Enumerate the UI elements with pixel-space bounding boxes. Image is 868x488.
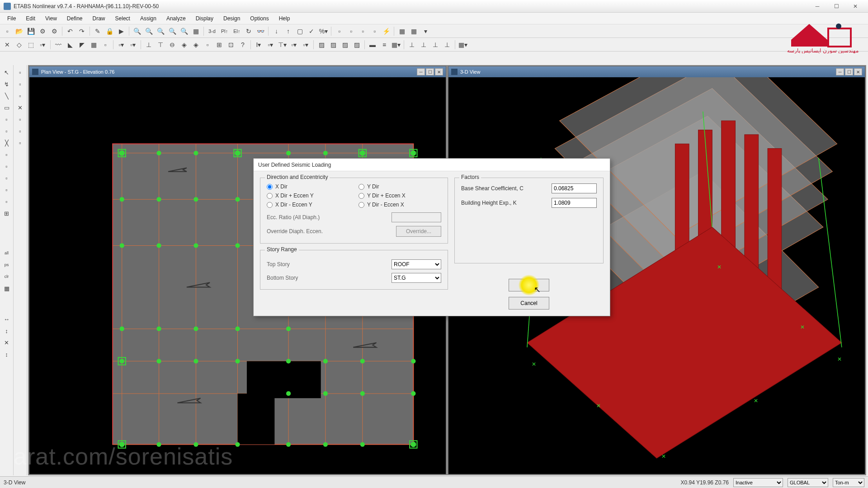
zoom-in-icon[interactable]: 🔍 — [143, 26, 154, 37]
tool-icon[interactable]: ▦▾ — [458, 39, 468, 50]
radio-x-dir-minus-eccen[interactable]: X Dir - Eccen Y — [267, 202, 349, 208]
check-icon[interactable]: ✓ — [306, 26, 317, 37]
tool-icon[interactable]: ▫ — [100, 39, 111, 50]
dim-icon[interactable]: ✕ — [1, 337, 12, 348]
cancel-button[interactable]: Cancel — [509, 297, 549, 310]
height-exp-input[interactable] — [552, 198, 597, 208]
tool-icon[interactable]: ⊖ — [167, 39, 178, 50]
tool-icon[interactable]: ▫ — [1, 196, 12, 207]
grid-icon[interactable]: ▦ — [88, 39, 99, 50]
tool-icon[interactable]: ◈ — [190, 39, 201, 50]
tool-icon[interactable]: ≡ — [379, 39, 390, 50]
view-maximize-icon[interactable]: ☐ — [845, 68, 853, 75]
pencil-icon[interactable]: ✎ — [92, 26, 103, 37]
tool-icon[interactable]: ⊡ — [226, 39, 236, 50]
radio-y-dir[interactable]: Y Dir — [359, 183, 441, 190]
tool-icon[interactable]: ▫ — [1, 126, 12, 136]
radio-x-dir[interactable]: X Dir — [267, 183, 349, 190]
save-icon[interactable]: 💾 — [25, 26, 36, 37]
tool-icon[interactable]: ◈ — [179, 39, 189, 50]
new-icon[interactable]: ▫ — [2, 26, 13, 37]
tool-icon[interactable]: ⊤▾ — [277, 39, 288, 50]
tool-icon[interactable]: ▫▾ — [127, 39, 138, 50]
bottom-story-select[interactable]: ST.G — [392, 273, 441, 283]
select-icon[interactable]: ▢ — [294, 26, 305, 37]
tool-icon[interactable]: ▫ — [15, 137, 26, 148]
up-icon[interactable]: ↑ — [283, 26, 293, 37]
tool-icon[interactable]: ⚙ — [37, 26, 48, 37]
tool-icon[interactable]: ▬ — [367, 39, 378, 50]
zoom-pan-icon[interactable]: 🔍 — [167, 26, 178, 37]
tool-icon[interactable]: ▦ — [408, 26, 419, 37]
zoom-window-icon[interactable]: 🔍 — [179, 26, 189, 37]
maximize-button[interactable]: ☐ — [827, 2, 845, 11]
view-icon[interactable]: ▦ — [190, 26, 201, 37]
tool-icon[interactable]: ⚙ — [49, 26, 60, 37]
tool-icon[interactable]: ▫▾ — [265, 39, 276, 50]
wave-icon[interactable]: 〰 — [53, 39, 64, 50]
radio-y-dir-minus-eccen[interactable]: Y Dir - Eccen X — [359, 202, 441, 208]
tool-icon[interactable]: ▫▾ — [300, 39, 311, 50]
plan-icon[interactable]: Pl↑ — [219, 26, 230, 37]
tool-icon[interactable]: ▫ — [369, 26, 380, 37]
menu-edit[interactable]: Edit — [21, 14, 40, 23]
dim-icon[interactable]: ↕ — [1, 325, 12, 336]
view-maximize-icon[interactable]: ☐ — [426, 68, 434, 75]
radio-y-dir-plus-eccen[interactable]: Y Dir + Eccen X — [359, 192, 441, 199]
line-icon[interactable]: ╲ — [1, 90, 12, 101]
menu-help[interactable]: Help — [274, 14, 295, 23]
status-coord-system-select[interactable]: GLOBAL — [788, 478, 828, 487]
tool-icon[interactable]: ▫▾ — [288, 39, 299, 50]
tool-icon[interactable]: ▦▾ — [391, 39, 401, 50]
rect-icon[interactable]: ▭ — [1, 102, 12, 113]
menu-view[interactable]: View — [41, 14, 61, 23]
dim-icon[interactable]: ↔ — [1, 314, 12, 324]
tool-icon[interactable]: ▫ — [15, 114, 26, 125]
glasses-icon[interactable]: 👓 — [255, 26, 266, 37]
menu-file[interactable]: File — [3, 14, 20, 23]
pointer-icon[interactable]: ↖ — [1, 67, 12, 78]
3d-view-icon[interactable]: 3-d — [206, 26, 218, 37]
tool-icon[interactable]: ▦ — [1, 283, 12, 294]
menu-options[interactable]: Options — [245, 14, 273, 23]
menu-analyze[interactable]: Analyze — [162, 14, 190, 23]
tool-icon[interactable]: ⊥ — [430, 39, 441, 50]
dropdown-icon[interactable]: ▾ — [420, 26, 431, 37]
clr-label[interactable]: clr — [1, 271, 12, 282]
refresh-icon[interactable]: ↻ — [243, 26, 254, 37]
status-units-select[interactable]: Ton-m — [833, 478, 864, 487]
tool-icon[interactable]: ▫ — [1, 114, 12, 125]
tool-icon[interactable]: ↯ — [1, 79, 12, 89]
tool-icon[interactable]: ▫ — [334, 26, 344, 37]
tool-icon[interactable]: ⊥ — [418, 39, 429, 50]
close-button[interactable]: ✕ — [846, 2, 864, 11]
dropdown-icon[interactable]: ▫▾ — [37, 39, 48, 50]
help-icon[interactable]: ? — [237, 39, 248, 50]
redo-icon[interactable]: ↷ — [76, 26, 87, 37]
zoom-out-icon[interactable]: 🔍 — [155, 26, 166, 37]
view-close-icon[interactable]: ✕ — [854, 68, 862, 75]
status-active-select[interactable]: Inactive — [733, 478, 783, 487]
tool-icon[interactable]: ▦ — [396, 26, 407, 37]
tool-icon[interactable]: ▫ — [15, 126, 26, 136]
plan-view-titlebar[interactable]: Plan View - ST.G - Elevation 0.76 ─ ☐ ✕ — [29, 66, 446, 77]
view-minimize-icon[interactable]: ─ — [417, 68, 425, 75]
ps-label[interactable]: ps — [1, 259, 12, 270]
all-label[interactable]: all — [1, 248, 12, 258]
tool-icon[interactable]: ▫ — [1, 173, 12, 183]
zoom-extents-icon[interactable]: 🔍 — [132, 26, 142, 37]
tool-icon[interactable]: ▨ — [351, 39, 362, 50]
base-shear-input[interactable] — [552, 183, 597, 193]
tool-icon[interactable]: ▫ — [345, 26, 356, 37]
tool-icon[interactable]: ⊞ — [214, 39, 225, 50]
menu-select[interactable]: Select — [111, 14, 135, 23]
ok-button[interactable]: OK ↖ — [509, 279, 549, 291]
run-icon[interactable]: ▶ — [116, 26, 127, 37]
tool-icon[interactable]: ▫ — [202, 39, 213, 50]
tool-icon[interactable]: ◇ — [14, 39, 24, 50]
tool-icon[interactable]: ⊥ — [143, 39, 154, 50]
tool-icon[interactable]: ╳ — [1, 137, 12, 148]
minimize-button[interactable]: ─ — [808, 2, 826, 11]
tool-icon[interactable]: ⊥ — [442, 39, 453, 50]
3d-view-titlebar[interactable]: 3-D View ─ ☐ ✕ — [448, 66, 865, 77]
